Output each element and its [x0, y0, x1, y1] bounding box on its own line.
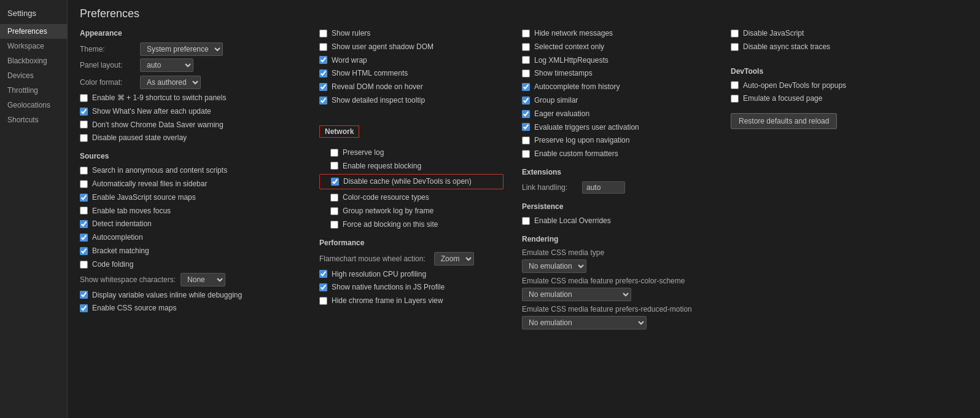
- network-section-title: Network: [319, 125, 359, 138]
- selectedctx-label: Selected context only: [534, 42, 604, 52]
- varvalues-label: Display variable values inline while deb…: [92, 290, 242, 301]
- disablejs-row: Disable JavaScript: [731, 28, 903, 39]
- autoopendevtools-row: Auto-open DevTools for popups: [731, 81, 903, 91]
- restore-defaults-button[interactable]: Restore defaults and reload: [731, 113, 837, 129]
- disablejs-label: Disable JavaScript: [743, 28, 804, 39]
- emulate-css-select[interactable]: No emulation print screen: [522, 259, 586, 273]
- localoverrides-checkbox[interactable]: [522, 217, 530, 225]
- autocomplete-checkbox[interactable]: [522, 83, 530, 91]
- colorcode-row: Color-code resource types: [319, 192, 504, 203]
- nativefns-checkbox[interactable]: [319, 283, 327, 291]
- revealdom-checkbox[interactable]: [319, 83, 327, 91]
- link-handling-input[interactable]: [582, 181, 625, 194]
- codefolding-checkbox[interactable]: [80, 261, 88, 269]
- tabfocus-label: Enable tab moves focus: [92, 206, 171, 216]
- eagerevaluation-label: Eager evaluation: [534, 109, 589, 119]
- hidenetwork-checkbox[interactable]: [522, 30, 530, 37]
- detailedtooltip-label: Show detailed inspect tooltip: [332, 95, 425, 106]
- groupsimilar-checkbox[interactable]: [522, 97, 530, 104]
- eagerevaluation-row: Eager evaluation: [522, 109, 712, 119]
- customformat-row: Enable custom formatters: [522, 149, 712, 159]
- preservelog-checkbox[interactable]: [330, 149, 338, 157]
- highrescpu-row: High resolution CPU profiling: [319, 269, 504, 280]
- sidebar-item-throttling[interactable]: Throttling: [0, 83, 67, 98]
- sidebar-item-devices[interactable]: Devices: [0, 68, 67, 83]
- detectindent-checkbox[interactable]: [80, 220, 88, 228]
- evalactivation-checkbox[interactable]: [522, 123, 530, 131]
- tabfocus-row: Enable tab moves focus: [80, 206, 301, 216]
- theme-select[interactable]: System preference Light Dark: [140, 42, 223, 56]
- wordwrap-checkbox[interactable]: [319, 56, 327, 64]
- groupsimilar-label: Group similar: [534, 95, 578, 106]
- logxml-row: Log XMLHttpRequests: [522, 55, 712, 66]
- sidebar-item-shortcuts[interactable]: Shortcuts: [0, 112, 67, 127]
- rendering-section-title: Rendering: [522, 235, 712, 243]
- varvalues-checkbox[interactable]: [80, 291, 88, 299]
- detailedtooltip-checkbox[interactable]: [319, 97, 327, 104]
- disablejs-checkbox[interactable]: [731, 30, 739, 37]
- wordwrap-row: Word wrap: [319, 55, 504, 66]
- shadowdom-label: Show user agent shadow DOM: [332, 42, 434, 52]
- whitespace-select[interactable]: None All Trailing: [181, 273, 225, 286]
- panel-layout-select[interactable]: auto horizontal vertical: [140, 58, 193, 72]
- selectedctx-row: Selected context only: [522, 42, 712, 52]
- color-format-row: Color format: As authored HEX RGB HSL: [80, 76, 301, 89]
- flamechart-select[interactable]: Scroll Zoom: [434, 252, 474, 266]
- revealfiles-checkbox[interactable]: [80, 180, 88, 188]
- eagerevaluation-checkbox[interactable]: [522, 110, 530, 118]
- timestamps-row: Show timestamps: [522, 68, 712, 79]
- chromehide-row: Hide chrome frame in Layers view: [319, 296, 504, 306]
- timestamps-checkbox[interactable]: [522, 69, 530, 77]
- theme-row: Theme: System preference Light Dark: [80, 42, 301, 56]
- emulate-motion-select[interactable]: No emulation prefers-reduced-motion: red…: [522, 316, 647, 329]
- codefolding-row: Code folding: [80, 259, 301, 270]
- emulate-motion-row: Emulate CSS media feature prefers-reduce…: [522, 305, 712, 329]
- datasaver-checkbox[interactable]: [80, 120, 88, 128]
- disablecache-row: Disable cache (while DevTools is open): [319, 174, 504, 189]
- codefolding-label: Code folding: [92, 259, 133, 270]
- reqblocking-checkbox[interactable]: [330, 162, 338, 170]
- logxml-checkbox[interactable]: [522, 56, 530, 64]
- htmlcomments-checkbox[interactable]: [319, 69, 327, 77]
- disableasync-checkbox[interactable]: [731, 43, 739, 51]
- focusedpage-checkbox[interactable]: [731, 95, 739, 103]
- sidebar-item-geolocations[interactable]: Geolocations: [0, 98, 67, 112]
- customformat-checkbox[interactable]: [522, 150, 530, 158]
- anon-checkbox[interactable]: [80, 167, 88, 175]
- pausedstate-checkbox[interactable]: [80, 134, 88, 142]
- detailedtooltip-row: Show detailed inspect tooltip: [319, 95, 504, 106]
- sidebar-item-preferences[interactable]: Preferences: [0, 24, 67, 39]
- localoverrides-label: Enable Local Overrides: [534, 216, 611, 226]
- cmd19-checkbox[interactable]: [80, 94, 88, 102]
- showrulers-checkbox[interactable]: [319, 30, 327, 37]
- reqblocking-label: Enable request blocking: [343, 161, 421, 172]
- localoverrides-row: Enable Local Overrides: [522, 216, 712, 226]
- highrescpu-checkbox[interactable]: [319, 270, 327, 278]
- autocompletion-checkbox[interactable]: [80, 234, 88, 242]
- sidebar-item-workspace[interactable]: Workspace: [0, 39, 67, 53]
- settings-sidebar: Settings Preferences Workspace Blackboxi…: [0, 0, 68, 418]
- csssourcemaps-checkbox[interactable]: [80, 304, 88, 312]
- adblocking-checkbox[interactable]: [330, 221, 338, 229]
- sidebar-item-blackboxing[interactable]: Blackboxing: [0, 53, 67, 68]
- shadowdom-checkbox[interactable]: [319, 43, 327, 51]
- chromehide-label: Hide chrome frame in Layers view: [332, 296, 443, 306]
- selectedctx-checkbox[interactable]: [522, 43, 530, 51]
- colorcode-checkbox[interactable]: [330, 194, 338, 202]
- datasaver-row: Don't show Chrome Data Saver warning: [80, 120, 301, 130]
- tabfocus-checkbox[interactable]: [80, 207, 88, 215]
- groupframe-checkbox[interactable]: [330, 207, 338, 215]
- appearance-section-title: Appearance: [80, 29, 301, 37]
- bracketmatch-checkbox[interactable]: [80, 247, 88, 255]
- chromehide-checkbox[interactable]: [319, 297, 327, 305]
- jssourcemaps-checkbox[interactable]: [80, 194, 88, 202]
- color-format-select[interactable]: As authored HEX RGB HSL: [140, 76, 201, 89]
- emulate-color-select[interactable]: No emulation prefers-color-scheme: dark …: [522, 288, 631, 301]
- persistence-section-title: Persistence: [522, 202, 712, 211]
- revealdom-label: Reveal DOM node on hover: [332, 82, 423, 92]
- showrulers-row: Show rulers: [319, 28, 504, 39]
- disablecache-checkbox[interactable]: [331, 178, 339, 186]
- autoopendevtools-checkbox[interactable]: [731, 81, 739, 89]
- whatsnew-checkbox[interactable]: [80, 108, 88, 116]
- preservelognav-checkbox[interactable]: [522, 136, 530, 144]
